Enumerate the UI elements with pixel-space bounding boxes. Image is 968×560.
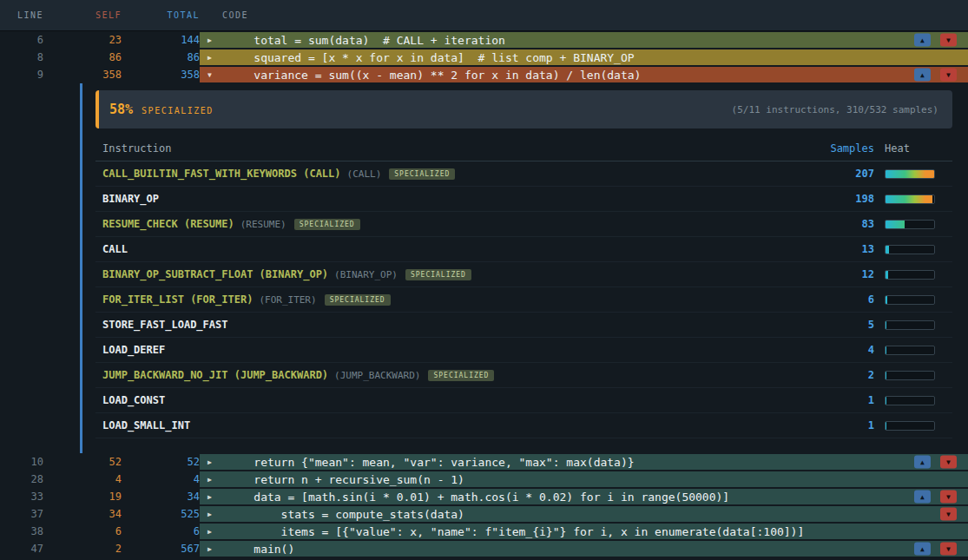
column-header-heat: Heat xyxy=(874,142,952,155)
total-samples: 567 xyxy=(122,540,200,557)
total-samples: 358 xyxy=(122,66,200,83)
move-down-button[interactable]: ▼ xyxy=(940,456,957,469)
instruction-row: JUMP_BACKWARD_NO_JIT (JUMP_BACKWARD)(JUM… xyxy=(95,363,952,388)
detail-body: 58% SPECIALIZED (5/11 instructions, 310/… xyxy=(80,83,968,453)
instruction-heat-cell xyxy=(874,346,952,355)
instruction-row: FOR_ITER_LIST (FOR_ITER)(FOR_ITER)SPECIA… xyxy=(95,287,952,313)
specialized-badge: SPECIALIZED xyxy=(428,370,494,381)
self-samples: 6 xyxy=(43,523,122,540)
heat-bar-fill xyxy=(886,195,932,203)
instruction-table-body: CALL_BUILTIN_FAST_WITH_KEYWORDS (CALL)(C… xyxy=(95,161,952,438)
move-up-button[interactable]: ▲ xyxy=(914,34,931,47)
move-down-button[interactable]: ▼ xyxy=(940,508,957,521)
instruction-heat-cell xyxy=(874,270,952,280)
heat-bar-fill xyxy=(886,246,889,254)
instruction-name: BINARY_OP xyxy=(102,193,159,205)
code-text: variance = sum((x - mean) ** 2 for x in … xyxy=(227,69,641,82)
expand-toggle-icon[interactable]: ▶ xyxy=(207,54,227,62)
self-samples: 2 xyxy=(43,540,122,557)
instruction-row: BINARY_OP198 xyxy=(95,187,952,212)
instruction-name-cell: BINARY_OP xyxy=(95,193,796,205)
code-row-line-47: 472567▶ main()▲▼ xyxy=(0,540,968,557)
specialized-percent: 58% xyxy=(109,102,133,117)
code-heat-band[interactable]: ▶ main()▲▼ xyxy=(200,541,968,557)
detail-panel: 58% SPECIALIZED (5/11 instructions, 310/… xyxy=(0,83,968,453)
expand-toggle-icon[interactable]: ▶ xyxy=(207,458,227,466)
heat-bar-track xyxy=(885,245,935,254)
code-heat-band[interactable]: ▼ variance = sum((x - mean) ** 2 for x i… xyxy=(200,67,968,82)
heat-bar-track xyxy=(885,194,935,204)
code-heat-band[interactable]: ▶ stats = compute_stats(data)▼ xyxy=(200,506,968,522)
instruction-row: CALL_BUILTIN_FAST_WITH_KEYWORDS (CALL)(C… xyxy=(95,161,952,187)
self-samples: 86 xyxy=(43,49,122,66)
column-header-samples: Samples xyxy=(796,142,874,155)
code-text: items = [{"value": x, "name": f"item_{i}… xyxy=(227,525,804,538)
code-heat-band[interactable]: ▶ total = sum(data) # CALL + iteration▲▼ xyxy=(200,32,968,48)
collapse-toggle-icon[interactable]: ▼ xyxy=(207,71,227,79)
move-up-button[interactable]: ▲ xyxy=(914,543,931,556)
instruction-heat-cell xyxy=(874,371,952,380)
line-number: 47 xyxy=(0,540,43,557)
instruction-name-cell: FOR_ITER_LIST (FOR_ITER)(FOR_ITER)SPECIA… xyxy=(95,293,796,306)
instruction-samples: 4 xyxy=(796,344,874,356)
instruction-samples: 2 xyxy=(796,369,874,381)
column-header-line: LINE xyxy=(0,10,43,20)
instruction-samples: 1 xyxy=(796,394,874,406)
expand-toggle-icon[interactable]: ▶ xyxy=(207,493,227,501)
instruction-samples: 198 xyxy=(796,193,874,205)
instruction-heat-cell xyxy=(874,396,952,405)
instruction-heat-cell xyxy=(874,245,952,254)
code-heat-band[interactable]: ▶ data = [math.sin(i * 0.01) + math.cos(… xyxy=(200,489,968,504)
code-heat-band[interactable]: ▶ return {"mean": mean, "var": variance,… xyxy=(200,454,968,470)
expand-toggle-icon[interactable]: ▶ xyxy=(207,545,227,553)
instruction-heat-cell xyxy=(874,194,952,204)
expand-toggle-icon[interactable]: ▶ xyxy=(207,511,227,518)
expand-toggle-icon[interactable]: ▶ xyxy=(207,36,227,44)
instruction-base-name: (FOR_ITER) xyxy=(259,294,316,306)
total-samples: 86 xyxy=(122,49,200,66)
instruction-name-cell: CALL xyxy=(95,243,796,255)
row-move-buttons: ▲▼ xyxy=(914,491,957,504)
code-heat-band[interactable]: ▶ squared = [x * x for x in data] # list… xyxy=(200,49,968,65)
move-up-button[interactable]: ▲ xyxy=(914,456,931,469)
move-down-button[interactable]: ▼ xyxy=(940,543,957,556)
line-number: 33 xyxy=(0,488,43,505)
heat-bar-fill xyxy=(886,346,886,354)
code-text: data = [math.sin(i * 0.01) + math.cos(i … xyxy=(227,491,729,504)
expand-toggle-icon[interactable]: ▶ xyxy=(207,528,227,536)
heat-bar-track xyxy=(885,421,935,431)
instruction-base-name: (BINARY_OP) xyxy=(334,269,398,280)
instruction-name-cell: LOAD_SMALL_INT xyxy=(95,419,796,432)
instruction-table-header: Instruction Samples Heat xyxy=(95,135,952,161)
row-move-buttons: ▼ xyxy=(940,508,957,521)
code-heat-band[interactable]: ▶ return n + recursive_sum(n - 1) xyxy=(200,471,968,487)
expand-toggle-icon[interactable]: ▶ xyxy=(207,476,227,484)
row-move-buttons: ▲▼ xyxy=(914,456,957,469)
profiler-window: LINE SELF TOTAL CODE 623144▶ total = sum… xyxy=(0,0,968,557)
heat-bar-fill xyxy=(886,170,934,178)
instruction-row: CALL13 xyxy=(95,237,952,262)
move-down-button[interactable]: ▼ xyxy=(940,34,957,47)
heat-bar-fill xyxy=(886,372,886,379)
total-samples: 144 xyxy=(122,31,200,49)
instruction-samples: 12 xyxy=(796,268,874,280)
instruction-heat-cell xyxy=(874,320,952,330)
move-up-button[interactable]: ▲ xyxy=(914,491,931,504)
move-down-button[interactable]: ▼ xyxy=(940,491,957,504)
instruction-name-cell: RESUME_CHECK (RESUME)(RESUME)SPECIALIZED xyxy=(95,218,796,230)
code-heat-band[interactable]: ▶ items = [{"value": x, "name": f"item_{… xyxy=(200,524,968,539)
move-down-button[interactable]: ▼ xyxy=(940,69,957,82)
specialized-badge: SPECIALIZED xyxy=(405,269,471,280)
code-row-line-28: 2844▶ return n + recursive_sum(n - 1) xyxy=(0,471,968,488)
line-number: 8 xyxy=(0,49,43,66)
column-header-self: SELF xyxy=(43,10,122,20)
instruction-row: RESUME_CHECK (RESUME)(RESUME)SPECIALIZED… xyxy=(95,212,952,237)
instruction-name-cell: LOAD_DEREF xyxy=(95,344,796,356)
line-number: 9 xyxy=(0,66,43,83)
instruction-row: LOAD_CONST1 xyxy=(95,388,952,413)
instruction-name-cell: JUMP_BACKWARD_NO_JIT (JUMP_BACKWARD)(JUM… xyxy=(95,369,796,381)
move-up-button[interactable]: ▲ xyxy=(914,69,931,82)
code-text: main() xyxy=(227,543,294,556)
heat-bar-track xyxy=(885,169,935,179)
heat-bar-track xyxy=(885,220,935,229)
